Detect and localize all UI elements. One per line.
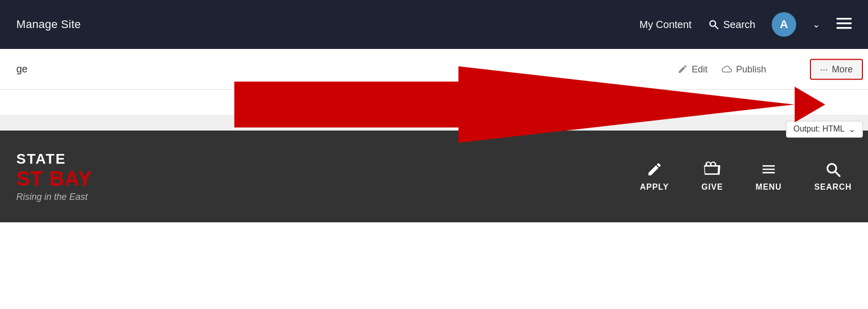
- apply-nav-item[interactable]: APPLY: [640, 161, 669, 192]
- more-dots-icon: ···: [820, 64, 828, 74]
- svg-line-1: [715, 25, 718, 29]
- toolbar-actions: Edit Publish: [677, 64, 766, 74]
- admin-bar-right: My Content Search A ⌄: [639, 12, 852, 37]
- chevron-down-icon[interactable]: ⌄: [812, 19, 820, 30]
- uni-footer: STATE ST BAY Rising in the East APPLY GI…: [0, 131, 868, 222]
- publish-icon: [722, 64, 732, 74]
- give-nav-item[interactable]: GIVE: [701, 161, 723, 192]
- edit-label: Edit: [692, 64, 708, 74]
- uni-logo-name: ST BAY: [16, 167, 92, 190]
- toolbar-bar: ge Edit Publish ··· More: [0, 49, 868, 90]
- uni-state-line: STATE: [16, 151, 92, 167]
- search-button[interactable]: Search: [708, 19, 755, 31]
- my-content-button[interactable]: My Content: [639, 19, 691, 31]
- svg-line-6: [835, 172, 840, 176]
- menu-nav-item[interactable]: MENU: [755, 161, 781, 192]
- uni-logo-area: STATE ST BAY Rising in the East: [16, 151, 92, 202]
- page-text: ge: [16, 63, 28, 75]
- edit-button[interactable]: Edit: [677, 64, 708, 74]
- svg-rect-2: [836, 18, 852, 20]
- output-label: Output: HTML: [794, 124, 845, 134]
- give-icon: [704, 161, 720, 177]
- publish-label: Publish: [736, 64, 766, 74]
- avatar-initial: A: [780, 18, 788, 31]
- apply-icon: [646, 161, 663, 177]
- hamburger-button[interactable]: [836, 17, 852, 33]
- uni-tagline: Rising in the East: [16, 192, 92, 202]
- uni-nav-actions: APPLY GIVE MENU SEARCH: [640, 161, 852, 192]
- search-nav-item[interactable]: SEARCH: [814, 161, 852, 192]
- apply-label: APPLY: [640, 183, 669, 192]
- menu-label: MENU: [755, 183, 781, 192]
- more-button[interactable]: ··· More: [810, 59, 863, 80]
- output-chevron-icon: ⌄: [849, 124, 855, 134]
- publish-button[interactable]: Publish: [722, 64, 766, 74]
- give-label: GIVE: [701, 183, 723, 192]
- output-area: Output: HTML ⌄: [0, 90, 868, 115]
- hamburger-icon: [836, 18, 852, 29]
- admin-bar-left: Manage Site: [16, 18, 81, 31]
- search-footer-icon: [825, 161, 841, 177]
- more-label: More: [832, 64, 853, 74]
- uni-name-red: ST BAY: [16, 167, 92, 190]
- gray-spacer: [0, 115, 868, 131]
- menu-icon: [761, 161, 777, 177]
- avatar[interactable]: A: [772, 12, 796, 37]
- search-label: Search: [723, 19, 755, 31]
- output-dropdown[interactable]: Output: HTML ⌄: [786, 121, 863, 138]
- manage-site-label: Manage Site: [16, 18, 81, 31]
- svg-rect-4: [836, 27, 852, 29]
- search-icon: [708, 19, 719, 30]
- admin-bar: Manage Site My Content Search A ⌄: [0, 0, 868, 49]
- svg-rect-3: [836, 22, 852, 24]
- search-footer-label: SEARCH: [814, 183, 852, 192]
- edit-icon: [677, 64, 688, 74]
